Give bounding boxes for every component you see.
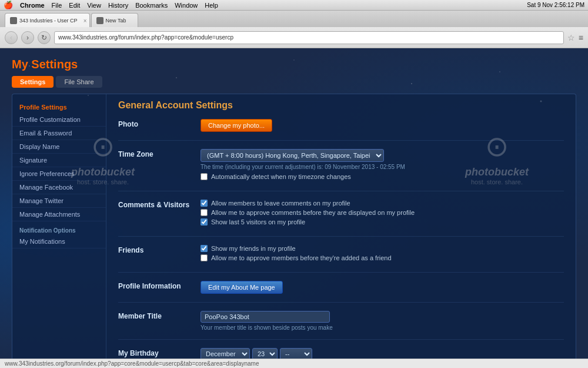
tab-settings[interactable]: Settings bbox=[12, 76, 54, 88]
apple-logo[interactable]: 🍎 bbox=[4, 1, 13, 9]
tab2-favicon bbox=[96, 17, 103, 24]
panel-title: General Account Settings bbox=[118, 100, 564, 111]
mac-menubar: 🍎 Chrome File Edit View History Bookmark… bbox=[0, 0, 588, 11]
app-name-menu[interactable]: Chrome bbox=[20, 2, 45, 9]
sidebar-item-display-name[interactable]: Display Name bbox=[12, 140, 106, 154]
change-photo-button[interactable]: Change my photo... bbox=[201, 119, 272, 132]
show-friends-row: Show my friends in my profile bbox=[201, 245, 564, 252]
status-url: www.343industries.org/forum/index.php?ap… bbox=[5, 360, 259, 367]
view-menu[interactable]: View bbox=[87, 2, 101, 9]
auto-detect-label: Automatically detect when my timezone ch… bbox=[211, 173, 351, 180]
file-menu[interactable]: File bbox=[52, 2, 62, 9]
tab-close-button[interactable]: × bbox=[83, 17, 87, 24]
help-menu[interactable]: Help bbox=[205, 2, 218, 9]
tab-file-share[interactable]: File Share bbox=[56, 76, 102, 88]
show-visitors-row: Show last 5 visitors on my profile bbox=[201, 218, 564, 226]
birthday-day-select[interactable]: 23 123 bbox=[252, 348, 278, 359]
approve-friends-label: Allow me to approve members before they'… bbox=[211, 254, 392, 261]
birthday-row: My Birthday December JanuaryFebruaryMarc… bbox=[118, 348, 564, 359]
birthday-month-select[interactable]: December JanuaryFebruaryMarch AprilMayJu… bbox=[201, 348, 250, 359]
inactive-tab[interactable]: New Tab bbox=[91, 13, 139, 27]
timezone-hint: The time (including your current adjustm… bbox=[201, 164, 564, 170]
approve-friends-checkbox[interactable] bbox=[201, 254, 208, 261]
timezone-select[interactable]: (GMT + 8:00 hours) Hong Kong, Perth, Sin… bbox=[201, 149, 384, 162]
sidebar-item-signature[interactable]: Signature bbox=[12, 154, 106, 167]
tab2-text: New Tab bbox=[106, 18, 126, 24]
birthday-year-select[interactable]: -- 199019911992 bbox=[280, 348, 312, 359]
timezone-label: Time Zone bbox=[118, 149, 201, 158]
back-button[interactable]: ‹ bbox=[5, 31, 18, 44]
sidebar-item-manage-attachments[interactable]: Manage Attachments bbox=[12, 208, 106, 221]
allow-comments-row: Allow members to leave comments on my pr… bbox=[201, 200, 564, 207]
profile-info-content: Edit my About Me page bbox=[201, 281, 564, 294]
auto-detect-checkbox[interactable] bbox=[201, 173, 208, 180]
menubar-right: Sat 9 Nov 2:56:12 PM bbox=[527, 2, 584, 8]
settings-panel: General Account Settings Photo Change my… bbox=[106, 94, 576, 359]
allow-comments-checkbox[interactable] bbox=[201, 200, 208, 207]
birthday-content: December JanuaryFebruaryMarch AprilMayJu… bbox=[201, 348, 564, 359]
photo-content: Change my photo... bbox=[201, 119, 564, 132]
show-friends-checkbox[interactable] bbox=[201, 245, 208, 252]
reload-button[interactable]: ↻ bbox=[38, 31, 51, 44]
approve-comments-row: Allow me to approve comments before they… bbox=[201, 209, 564, 216]
sidebar-item-manage-facebook[interactable]: Manage Facebook bbox=[12, 181, 106, 194]
approve-comments-label: Allow me to approve comments before they… bbox=[211, 209, 415, 216]
sidebar-item-profile-customization[interactable]: Profile Customization bbox=[12, 113, 106, 127]
address-bar-area: ‹ › ↻ www.343industries.org/forum/index.… bbox=[0, 27, 588, 48]
sidebar-section2-title: Notification Options bbox=[12, 224, 106, 235]
page-title: My Settings bbox=[12, 58, 78, 71]
approve-comments-checkbox[interactable] bbox=[201, 209, 208, 216]
birthday-selects: December JanuaryFebruaryMarch AprilMayJu… bbox=[201, 348, 564, 359]
settings-sidebar: Profile Settings Profile Customization E… bbox=[12, 94, 106, 359]
chrome-window: 343 Industries - User CP × New Tab ‹ › ↻… bbox=[0, 11, 588, 368]
page-title-area: My Settings bbox=[12, 54, 576, 76]
member-title-content: Your member title is shown beside posts … bbox=[201, 311, 564, 331]
sidebar-item-email-password[interactable]: Email & Password bbox=[12, 127, 106, 140]
url-bar[interactable]: www.343industries.org/forum/index.php?ap… bbox=[54, 31, 564, 44]
member-title-row: Member Title Your member title is shown … bbox=[118, 311, 564, 340]
bookmark-star-icon[interactable]: ☆ bbox=[567, 33, 575, 42]
timezone-content: (GMT + 8:00 hours) Hong Kong, Perth, Sin… bbox=[201, 149, 564, 183]
chrome-menu-icon[interactable]: ≡ bbox=[579, 33, 583, 42]
sidebar-item-my-notifications[interactable]: My Notifications bbox=[12, 235, 106, 248]
photo-row: Photo Change my photo... bbox=[118, 119, 564, 141]
approve-friends-row: Allow me to approve members before they'… bbox=[201, 254, 564, 261]
profile-info-label: Profile Information bbox=[118, 281, 201, 290]
photo-label: Photo bbox=[118, 119, 201, 128]
edit-about-me-button[interactable]: Edit my About Me page bbox=[201, 281, 283, 294]
tab-bar: 343 Industries - User CP × New Tab bbox=[0, 11, 588, 27]
timezone-row: Time Zone (GMT + 8:00 hours) Hong Kong, … bbox=[118, 149, 564, 191]
comments-label: Comments & Visitors bbox=[118, 200, 201, 209]
member-title-hint: Your member title is shown beside posts … bbox=[201, 324, 564, 331]
sidebar-item-manage-twitter[interactable]: Manage Twitter bbox=[12, 194, 106, 208]
profile-info-row: Profile Information Edit my About Me pag… bbox=[118, 281, 564, 303]
friends-content: Show my friends in my profile Allow me t… bbox=[201, 245, 564, 264]
history-menu[interactable]: History bbox=[108, 2, 128, 9]
comments-content: Allow members to leave comments on my pr… bbox=[201, 200, 564, 228]
member-title-input[interactable] bbox=[201, 311, 330, 323]
allow-comments-label: Allow members to leave comments on my pr… bbox=[211, 200, 350, 207]
show-visitors-label: Show last 5 visitors on my profile bbox=[211, 218, 305, 226]
member-title-label: Member Title bbox=[118, 311, 201, 320]
url-text: www.343industries.org/forum/index.php?ap… bbox=[58, 34, 233, 41]
active-tab[interactable]: 343 Industries - User CP × bbox=[5, 13, 90, 27]
auto-detect-row: Automatically detect when my timezone ch… bbox=[201, 173, 564, 180]
settings-tabs: Settings File Share bbox=[12, 76, 576, 88]
show-friends-label: Show my friends in my profile bbox=[211, 245, 296, 252]
birthday-label: My Birthday bbox=[118, 348, 201, 357]
edit-menu[interactable]: Edit bbox=[69, 2, 80, 9]
tab-favicon bbox=[10, 17, 17, 24]
window-menu[interactable]: Window bbox=[175, 2, 198, 9]
sidebar-section-title: Profile Settings bbox=[12, 100, 106, 113]
friends-label: Friends bbox=[118, 245, 201, 254]
clock: Sat 9 Nov 2:56:12 PM bbox=[527, 2, 584, 8]
settings-container: Profile Settings Profile Customization E… bbox=[12, 94, 576, 359]
page-content: My Settings Settings File Share Profile … bbox=[0, 48, 588, 359]
sidebar-item-ignore-preferences[interactable]: Ignore Preferences bbox=[12, 167, 106, 181]
friends-row: Friends Show my friends in my profile Al… bbox=[118, 245, 564, 273]
forward-button[interactable]: › bbox=[21, 31, 34, 44]
page-inner: My Settings Settings File Share Profile … bbox=[0, 48, 588, 359]
bookmarks-menu[interactable]: Bookmarks bbox=[135, 2, 168, 9]
show-visitors-checkbox[interactable] bbox=[201, 218, 208, 226]
status-bar: www.343industries.org/forum/index.php?ap… bbox=[0, 359, 588, 368]
